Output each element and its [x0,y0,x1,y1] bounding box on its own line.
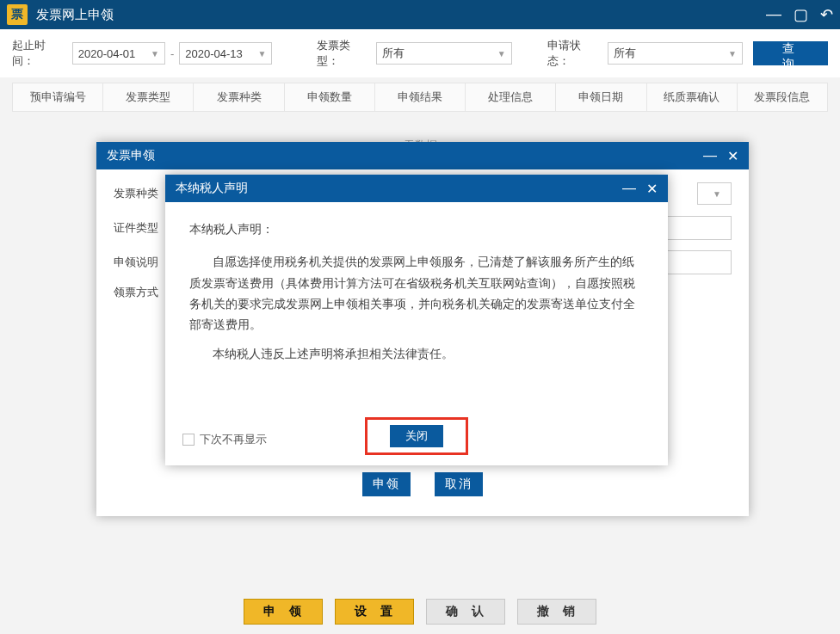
chevron-down-icon: ▼ [713,189,721,199]
apply-dialog-titlebar: 发票申领 — ✕ [96,142,749,169]
restore-icon[interactable]: ▢ [794,5,808,24]
title-bar: 票 发票网上申领 — ▢ ↶ [0,0,840,29]
window-controls: — ▢ ↶ [766,5,833,24]
chevron-down-icon: ▼ [258,49,267,58]
app-logo: 票 [7,4,28,25]
apply-dialog-footer: 申领 取消 [114,460,732,508]
declaration-dialog-titlebar: 本纳税人声明 — ✕ [165,175,668,202]
date-end-select[interactable]: 2020-04-13 ▼ [179,42,272,65]
apply-dialog-title: 发票申领 [107,148,703,163]
revoke-button[interactable]: 撤 销 [517,599,596,625]
declaration-body: 本纳税人声明： 自愿选择使用税务机关提供的发票网上申领服务，已清楚了解该服务所产… [165,202,668,414]
chevron-down-icon: ▼ [728,49,737,58]
date-range-label: 起止时间： [12,38,67,69]
close-button-highlight: 关闭 [365,417,468,455]
filter-bar: 起止时间： 2020-04-01 ▼ - 2020-04-13 ▼ 发票类型： … [0,29,840,77]
right-select-1[interactable]: ▼ [697,182,732,205]
col-invoice-kind: 发票种类 [194,83,284,111]
window-title: 发票网上申领 [36,7,766,23]
chevron-down-icon: ▼ [497,49,506,58]
apply-desc-label: 申领说明 [114,255,165,270]
declaration-paragraph-2: 本纳税人违反上述声明将承担相关法律责任。 [189,344,644,365]
query-button[interactable]: 查 询 [753,41,828,65]
declaration-close-button[interactable]: 关闭 [390,425,443,447]
apply-status-value: 所有 [614,46,636,61]
highlight-box: 关闭 [365,417,468,455]
dialog-minimize-icon[interactable]: — [703,148,717,164]
col-paper-confirm: 纸质票确认 [647,83,738,111]
col-apply-date: 申领日期 [556,83,646,111]
declaration-paragraph-1: 自愿选择使用税务机关提供的发票网上申领服务，已清楚了解该服务所产生的纸质发票寄送… [189,252,644,335]
date-start-value: 2020-04-01 [78,47,136,60]
back-icon[interactable]: ↶ [820,5,833,24]
dialog-minimize-icon[interactable]: — [622,181,636,197]
declaration-dialog: 本纳税人声明 — ✕ 本纳税人声明： 自愿选择使用税务机关提供的发票网上申领服务… [165,175,668,465]
confirm-button[interactable]: 确 认 [426,599,505,625]
declaration-footer: 下次不再显示 关闭 [165,414,668,465]
dialog-apply-button[interactable]: 申领 [362,472,411,496]
settings-button[interactable]: 设 置 [335,599,414,625]
invoice-type-select[interactable]: 所有 ▼ [376,42,511,65]
col-invoice-type: 发票类型 [103,83,194,111]
dialog-close-icon[interactable]: ✕ [646,181,658,197]
dont-show-again-wrap[interactable]: 下次不再显示 [182,432,267,447]
col-apply-qty: 申领数量 [285,83,375,111]
col-segment-info: 发票段信息 [738,83,827,111]
date-end-value: 2020-04-13 [185,47,243,60]
dialog-close-icon[interactable]: ✕ [727,148,738,164]
invoice-type-label: 发票类型： [317,38,372,69]
col-preapply-id: 预申请编号 [13,83,103,111]
apply-button[interactable]: 申 领 [244,599,323,625]
date-start-select[interactable]: 2020-04-01 ▼ [72,42,165,65]
dont-show-again-label: 下次不再显示 [200,432,267,447]
cert-type-label: 证件类型 [114,220,165,236]
invoice-type-value: 所有 [382,46,405,61]
col-process-info: 处理信息 [466,83,556,111]
minimize-icon[interactable]: — [766,5,781,24]
table-header: 预申请编号 发票类型 发票种类 申领数量 申领结果 处理信息 申领日期 纸质票确… [12,83,828,112]
checkbox-icon[interactable] [182,434,195,446]
declaration-dialog-title: 本纳税人声明 [176,181,622,196]
chevron-down-icon: ▼ [151,49,159,58]
footer-bar: 申 领 设 置 确 认 撤 销 [0,589,840,634]
apply-status-label: 申请状态： [547,38,602,69]
apply-status-select[interactable]: 所有 ▼ [608,42,743,65]
collect-method-label: 领票方式 [114,285,165,300]
dialog-cancel-button[interactable]: 取消 [435,472,483,496]
declaration-header: 本纳税人声明： [189,219,644,240]
col-apply-result: 申领结果 [375,83,466,111]
invoice-kind-label: 发票种类 [114,186,165,201]
